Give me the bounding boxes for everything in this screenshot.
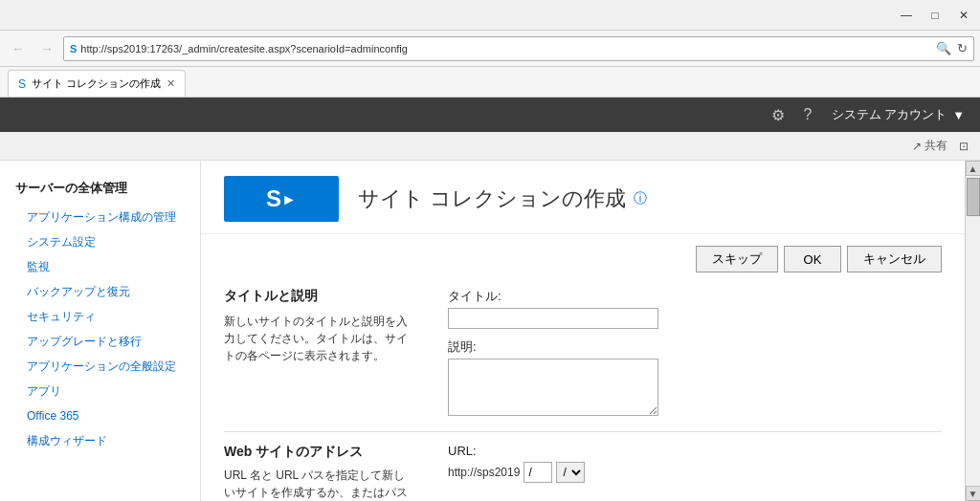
action-buttons: スキップ OK キャンセル — [224, 246, 942, 272]
logo-arrow: ► — [281, 191, 297, 208]
search-icon: 🔍 — [936, 41, 951, 55]
url-row: http://sps2019 / — [448, 462, 585, 483]
dropdown-icon: ▼ — [952, 108, 965, 122]
skip-button[interactable]: スキップ — [696, 246, 778, 272]
address-icons: 🔍 ↻ — [936, 41, 968, 55]
url-fields: URL: http://sps2019 / — [448, 444, 585, 501]
sp-header: S ► サイト コレクションの作成 ⓘ — [201, 161, 965, 234]
expand-button[interactable]: ⊡ — [959, 140, 969, 153]
url-base-text: http://sps2019 — [448, 466, 520, 479]
sidebar-item-upgrade[interactable]: アップグレードと移行 — [0, 329, 200, 354]
address-input[interactable]: S http://sps2019:17263/_admin/createsite… — [63, 36, 974, 61]
title-description-section: タイトルと説明 新しいサイトのタイトルと説明を入力してください。タイトルは、サイ… — [224, 288, 942, 416]
sidebar-item-app-config[interactable]: アプリケーション構成の管理 — [0, 205, 200, 229]
share-button[interactable]: ↗ 共有 — [912, 138, 947, 154]
url-section: Web サイトのアドレス URL 名と URL パスを指定して新しいサイトを作成… — [224, 444, 942, 501]
forward-button[interactable]: → — [34, 36, 59, 61]
back-button[interactable]: ← — [6, 36, 31, 61]
sidebar-item-general-settings[interactable]: アプリケーションの全般設定 — [0, 354, 200, 379]
url-text: http://sps2019:17263/_admin/createsite.a… — [80, 43, 932, 54]
scrollbar-down[interactable]: ▼ — [966, 486, 981, 501]
url-path-input[interactable] — [523, 462, 552, 483]
tab-bar: S サイト コレクションの作成 ✕ — [0, 67, 980, 98]
tab-favicon: S — [18, 77, 26, 91]
maximize-button[interactable]: □ — [926, 7, 944, 24]
close-button[interactable]: ✕ — [955, 7, 972, 24]
info-icon[interactable]: ⓘ — [634, 190, 647, 207]
user-menu[interactable]: システム アカウント ▼ — [832, 106, 966, 123]
cancel-button[interactable]: キャンセル — [847, 246, 942, 272]
scrollbar: ▲ ▼ — [965, 161, 980, 501]
ok-button[interactable]: OK — [784, 246, 841, 272]
sidebar-item-apps[interactable]: アプリ — [0, 379, 200, 403]
user-label: システム アカウント — [832, 106, 947, 123]
logo-s: S — [266, 185, 281, 212]
description-input[interactable] — [448, 359, 658, 416]
title-section-left: タイトルと説明 新しいサイトのタイトルと説明を入力してください。タイトルは、サイ… — [224, 288, 425, 416]
refresh-icon[interactable]: ↻ — [957, 41, 968, 55]
sidebar-section-title: サーバーの全体管理 — [0, 176, 200, 205]
sidebar: サーバーの全体管理 アプリケーション構成の管理 システム設定 監視 バックアップ… — [0, 161, 201, 501]
content-area: S ► サイト コレクションの作成 ⓘ スキップ OK キャンセル タイトルと説… — [201, 161, 965, 501]
sidebar-item-backup-restore[interactable]: バックアップと復元 — [0, 279, 200, 304]
title-input[interactable] — [448, 308, 658, 329]
sharepoint-logo: S ► — [224, 176, 339, 222]
url-section-heading: Web サイトのアドレス — [224, 444, 425, 461]
url-section-left: Web サイトのアドレス URL 名と URL パスを指定して新しいサイトを作成… — [224, 444, 425, 501]
expand-icon: ⊡ — [959, 140, 969, 153]
url-label: URL: — [448, 444, 585, 458]
url-path-select[interactable]: / — [556, 462, 585, 483]
minimize-button[interactable]: — — [898, 7, 915, 24]
share-icon: ↗ — [912, 140, 922, 153]
sidebar-item-system-settings[interactable]: システム設定 — [0, 229, 200, 254]
title-section-desc: 新しいサイトのタイトルと説明を入力してください。タイトルは、サイトの各ページに表… — [224, 313, 415, 364]
active-tab[interactable]: S サイト コレクションの作成 ✕ — [8, 70, 186, 97]
share-bar: ↗ 共有 ⊡ — [0, 132, 980, 161]
sidebar-item-security[interactable]: セキュリティ — [0, 304, 200, 329]
desc-field-label: 説明: — [448, 338, 942, 356]
title-bar: — □ ✕ — [0, 0, 980, 31]
settings-icon[interactable]: ⚙ — [771, 106, 785, 124]
share-label: 共有 — [924, 138, 947, 154]
form-area: スキップ OK キャンセル タイトルと説明 新しいサイトのタイトルと説明を入力し… — [201, 234, 965, 501]
tab-close-button[interactable]: ✕ — [167, 77, 175, 90]
sidebar-item-office365[interactable]: Office 365 — [0, 403, 200, 428]
section-divider — [224, 431, 942, 432]
url-section-desc: URL 名と URL パスを指定して新しいサイトを作成するか、またはパスを選択し… — [224, 467, 415, 501]
sidebar-item-config-wizard[interactable]: 構成ウィザード — [0, 428, 200, 453]
page-title: サイト コレクションの作成 ⓘ — [358, 185, 647, 213]
page-title-text: サイト コレクションの作成 — [358, 185, 626, 213]
address-bar: ← → S http://sps2019:17263/_admin/create… — [0, 31, 980, 67]
main-area: サーバーの全体管理 アプリケーション構成の管理 システム設定 監視 バックアップ… — [0, 161, 980, 501]
ie-toolbar: ⚙ ? システム アカウント ▼ — [0, 98, 980, 132]
tab-label: サイト コレクションの作成 — [32, 76, 161, 91]
scrollbar-thumb[interactable] — [967, 178, 980, 216]
scrollbar-up[interactable]: ▲ — [966, 161, 981, 176]
title-field-label: タイトル: — [448, 288, 942, 305]
help-icon[interactable]: ? — [804, 106, 813, 123]
sidebar-item-monitoring[interactable]: 監視 — [0, 254, 200, 279]
title-fields: タイトル: 説明: — [448, 288, 942, 416]
title-section-heading: タイトルと説明 — [224, 288, 425, 305]
